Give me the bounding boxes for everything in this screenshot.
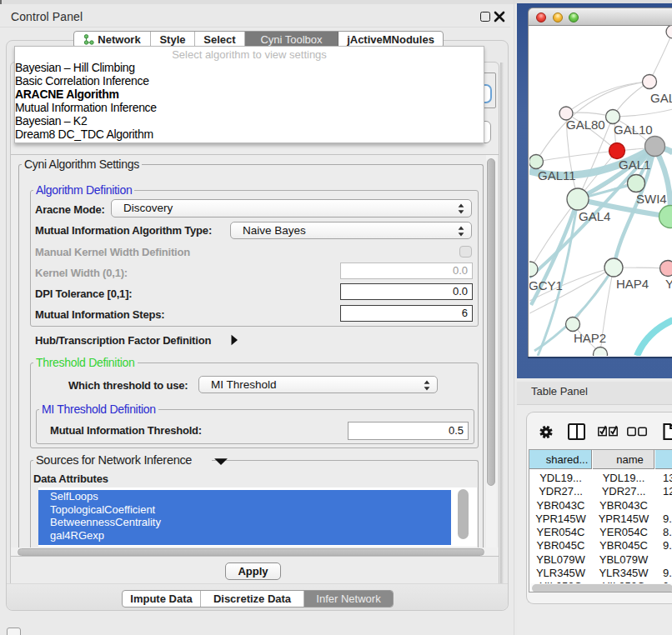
- svg-text:GAL80: GAL80: [566, 118, 605, 132]
- svg-text:HAP2: HAP2: [574, 331, 606, 345]
- svg-text:GAL11: GAL11: [538, 168, 576, 182]
- svg-text:GAL1: GAL1: [619, 158, 650, 172]
- svg-text:SWI4: SWI4: [636, 192, 667, 206]
- svg-text:HAP4: HAP4: [616, 277, 649, 291]
- svg-text:Y: Y: [665, 277, 672, 291]
- svg-text:GAL10: GAL10: [614, 122, 653, 137]
- svg-text:GAL4: GAL4: [579, 209, 610, 223]
- svg-text:GAL7: GAL7: [650, 91, 672, 105]
- svg-text:GCY1: GCY1: [529, 278, 563, 292]
